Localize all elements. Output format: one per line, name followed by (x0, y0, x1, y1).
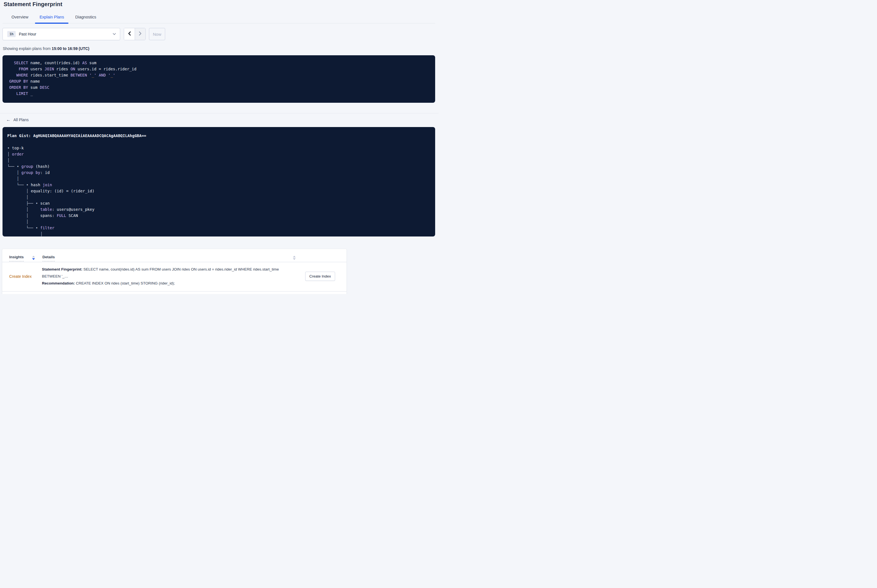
tab-explain-plans[interactable]: Explain Plans (35, 15, 68, 23)
insights-table-header: Insights Details (2, 249, 346, 262)
plan-gist-value: AgHUAQIABQAAAAHYAQIAiAEAAAADCQACAgAABQIL… (33, 134, 146, 138)
code-line: │ (7, 219, 430, 225)
time-range-dropdown[interactable]: 1h Past Hour (3, 28, 120, 40)
plan-gist-line: Plan Gist: AgHUAQIABQAAAAHYAQIAiAEAAAADC… (7, 133, 430, 139)
time-range-value: 15:00 to 16:59 (UTC) (52, 46, 89, 51)
code-line: │ order (7, 151, 430, 157)
time-range-badge: 1h (7, 31, 16, 37)
time-range-label: Past Hour (19, 32, 36, 36)
code-line: └── • filter (7, 225, 430, 231)
sort-up-triangle (32, 256, 35, 257)
details-cell: Statement Fingerprint: SELECT name, coun… (42, 266, 305, 287)
statement-fingerprint-text: Statement Fingerprint: SELECT name, coun… (42, 266, 298, 280)
statement-fingerprint-page: Statement Fingerprint Overview Explain P… (0, 0, 438, 294)
plan-tree: • top-k│ order│└── • group (hash) │ grou… (7, 145, 430, 237)
create-index-button[interactable]: Create Index (305, 272, 335, 281)
sort-down-triangle (32, 258, 35, 260)
sort-icon-insights[interactable] (32, 256, 35, 260)
code-line: FROM users JOIN rides ON users.id = ride… (9, 66, 430, 72)
code-line: └── • group (hash) (7, 164, 430, 170)
showing-range-text: Showing explain plans from 15:00 to 16:5… (3, 46, 435, 51)
sort-up-triangle (293, 256, 296, 257)
back-arrow-icon: ← (6, 117, 11, 122)
code-line: │ group by: id (7, 170, 430, 176)
code-line: SELECT name, count(rides.id) AS sum (9, 60, 430, 66)
code-line: ORDER BY sum DESC (9, 84, 430, 90)
code-line: │ equality: (id) = (rider_id) (7, 188, 430, 194)
code-line: │ table: users@users_pkey (7, 206, 430, 213)
code-line: │ (7, 176, 430, 182)
chevron-left-icon (128, 31, 131, 37)
tab-bar: Overview Explain Plans Diagnostics (3, 15, 435, 24)
sql-statement-code: SELECT name, count(rides.id) AS sum FROM… (9, 60, 430, 97)
time-controls: 1h Past Hour Now (3, 28, 435, 40)
all-plans-label: All Plans (14, 117, 29, 122)
code-line: │ (7, 194, 430, 200)
sort-icon-details[interactable] (293, 256, 296, 260)
prev-time-button[interactable] (124, 28, 135, 40)
code-line: • top-k (7, 145, 430, 151)
code-line: WHERE rides.start_time BETWEEN '_' AND '… (9, 72, 430, 78)
now-button[interactable]: Now (149, 28, 165, 40)
table-row: Create Index Statement Fingerprint: SELE… (2, 262, 346, 291)
tab-diagnostics[interactable]: Diagnostics (71, 15, 101, 23)
create-index-link[interactable]: Create Index (9, 274, 42, 279)
column-header-details[interactable]: Details (42, 255, 55, 261)
insights-table-card: Insights Details Create Index Statement … (2, 249, 346, 294)
code-line: │ spans: FULL SCAN (7, 213, 430, 219)
code-line: │ (7, 157, 430, 164)
code-line: LIMIT _ (9, 90, 430, 97)
code-line: │ (7, 231, 430, 237)
recommendation-text: Recommendation: CREATE INDEX ON rides (s… (42, 280, 298, 287)
time-step-buttons (124, 28, 146, 40)
tab-overview[interactable]: Overview (7, 15, 33, 23)
sql-statement-block: SELECT name, count(rides.id) AS sum FROM… (3, 55, 435, 103)
all-plans-link[interactable]: ← All Plans (6, 117, 29, 122)
code-line: GROUP BY name (9, 78, 430, 84)
page-title: Statement Fingerprint (4, 1, 435, 8)
plan-gist-block: Plan Gist: AgHUAQIABQAAAAHYAQIAiAEAAAADC… (3, 127, 435, 237)
code-line: └── • hash join (7, 182, 430, 188)
next-time-button[interactable] (135, 28, 145, 40)
chevron-down-icon (113, 33, 116, 35)
column-header-insights[interactable]: Insights (9, 255, 24, 261)
code-line: ├── • scan (7, 200, 430, 206)
chevron-right-icon (138, 31, 142, 37)
sort-down-triangle (293, 258, 296, 260)
